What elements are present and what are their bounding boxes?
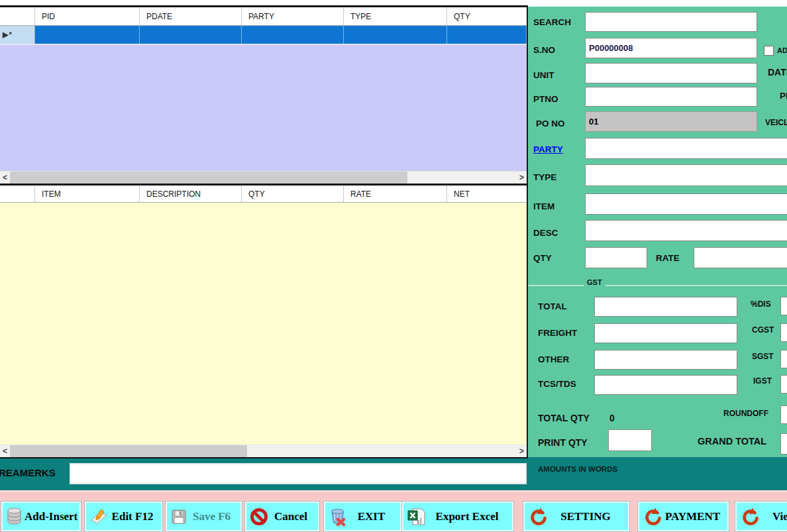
print-qty-label: PRINT QTY	[538, 437, 588, 448]
edit-button[interactable]: Edit F12	[85, 502, 162, 531]
dis-input[interactable]	[780, 297, 787, 315]
button-label: Export Excel	[426, 510, 508, 523]
column-header-type[interactable]: TYPE	[344, 7, 447, 25]
remarks-input[interactable]	[70, 463, 527, 484]
gst-group-divider	[528, 285, 787, 286]
remarks-label: REAMERKS	[0, 467, 56, 478]
ptno-input[interactable]	[585, 87, 757, 107]
amounts-in-words-bar: AMOUNTS IN WORDS	[528, 457, 787, 490]
sgst-input[interactable]	[780, 350, 787, 368]
refresh-icon	[741, 507, 759, 527]
refresh-icon	[643, 507, 662, 527]
purchase-grid-header: PID PDATE PARTY TYPE QTY	[0, 7, 527, 26]
button-label: Edit F12	[108, 510, 157, 523]
column-header-item[interactable]: ITEM	[35, 186, 140, 202]
payment-button[interactable]: PAYMENT	[638, 502, 729, 531]
column-header-qty[interactable]: QTY	[242, 186, 344, 202]
sno-input[interactable]	[585, 38, 757, 58]
freight-input[interactable]	[594, 323, 737, 343]
item-grid-body[interactable]	[0, 203, 527, 445]
cgst-input[interactable]	[780, 323, 787, 342]
pdate-label: PDATE	[780, 91, 787, 101]
cell-pdate[interactable]	[140, 26, 242, 44]
remarks-bar: REAMERKS	[0, 458, 528, 490]
party-link[interactable]: PARTY	[533, 144, 563, 154]
ptno-label: PTNO	[533, 94, 558, 104]
roundoff-label: ROUNDOFF	[723, 409, 768, 418]
bottom-toolbar: Add-Insert Edit F12 Save F6 Cancel EXIT	[0, 490, 787, 532]
button-label: Add-Insert	[22, 510, 80, 523]
cell-party[interactable]	[242, 26, 344, 44]
button-label: SETTING	[547, 510, 624, 523]
scrollbar-thumb[interactable]	[10, 172, 407, 184]
roundoff-input[interactable]	[780, 405, 787, 424]
column-header-qty[interactable]: QTY	[447, 7, 527, 25]
button-label: EXIT	[346, 510, 396, 523]
cell-pid[interactable]	[35, 26, 140, 44]
row-selector-header-cell[interactable]	[0, 186, 35, 202]
rate-label: RATE	[656, 253, 680, 263]
exit-button[interactable]: EXIT	[324, 502, 401, 531]
trash-icon	[329, 507, 346, 526]
other-input[interactable]	[594, 350, 737, 370]
item-grid-hscrollbar[interactable]: < >	[0, 445, 527, 457]
search-input[interactable]	[585, 12, 757, 32]
cancel-button[interactable]: Cancel	[245, 502, 319, 531]
scrollbar-thumb[interactable]	[10, 445, 247, 457]
scroll-right-icon[interactable]: >	[517, 172, 527, 184]
edit-pencil-icon	[90, 508, 108, 525]
column-header-description[interactable]: DESCRIPTION	[140, 186, 242, 202]
other-label: OTHER	[538, 354, 569, 364]
column-header-pdate[interactable]: PDATE	[140, 7, 242, 25]
grids-region: PID PDATE PARTY TYPE QTY ▶* < > ITEM	[0, 5, 528, 459]
tcstds-input[interactable]	[594, 375, 737, 395]
item-label: ITEM	[533, 201, 554, 211]
total-qty-value: 0	[609, 413, 615, 423]
save-button[interactable]: Save F6	[166, 502, 242, 531]
igst-input[interactable]	[780, 375, 787, 394]
unit-input[interactable]	[585, 63, 757, 83]
add-insert-button[interactable]: Add-Insert	[1, 502, 81, 531]
setting-button[interactable]: SETTING	[523, 502, 629, 531]
column-header-net[interactable]: NET	[447, 186, 527, 202]
add-checkbox[interactable]	[764, 46, 774, 56]
scroll-right-icon[interactable]: >	[517, 445, 527, 457]
cgst-label: CGST	[752, 325, 774, 335]
item-input[interactable]	[585, 193, 787, 215]
refresh-icon	[529, 507, 547, 527]
desc-input[interactable]	[585, 220, 787, 241]
gst-label: GST	[584, 278, 605, 286]
column-header-pid[interactable]: PID	[35, 7, 140, 25]
row-selector-header-cell[interactable]	[0, 7, 35, 25]
total-input[interactable]	[594, 297, 737, 317]
freight-label: FREIGHT	[538, 328, 577, 338]
button-label: View	[759, 510, 787, 523]
export-excel-button[interactable]: Export Excel	[402, 502, 513, 531]
total-qty-label: TOTAL QTY	[538, 413, 590, 423]
rate-input[interactable]	[694, 247, 787, 268]
row-selector-cell[interactable]: ▶*	[0, 26, 35, 44]
print-qty-input[interactable]	[608, 429, 652, 451]
purchase-grid-body[interactable]	[0, 45, 527, 171]
pono-label: PO NO	[536, 119, 565, 129]
column-header-rate[interactable]: RATE	[344, 186, 447, 202]
new-row-marker-icon: ▶*	[3, 30, 13, 39]
type-input[interactable]	[585, 164, 787, 186]
purchase-grid-hscrollbar[interactable]: < >	[0, 171, 527, 184]
grand-total-input[interactable]	[780, 433, 787, 454]
button-label: Save F6	[187, 510, 236, 523]
scroll-left-icon[interactable]: <	[0, 445, 10, 457]
qty-input[interactable]	[585, 247, 647, 268]
selected-new-row[interactable]: ▶*	[0, 26, 527, 45]
tcstds-label: TCS/TDS	[538, 379, 576, 389]
column-header-party[interactable]: PARTY	[242, 7, 344, 25]
pono-input[interactable]	[585, 111, 757, 132]
item-grid-header: ITEM DESCRIPTION QTY RATE NET	[0, 186, 527, 203]
scroll-left-icon[interactable]: <	[0, 172, 10, 184]
party-input[interactable]	[585, 138, 787, 159]
sgst-label: SGST	[752, 352, 774, 361]
cancel-icon	[250, 508, 268, 525]
cell-qty[interactable]	[447, 26, 527, 44]
cell-type[interactable]	[344, 26, 447, 44]
view-button[interactable]: View	[735, 502, 787, 531]
